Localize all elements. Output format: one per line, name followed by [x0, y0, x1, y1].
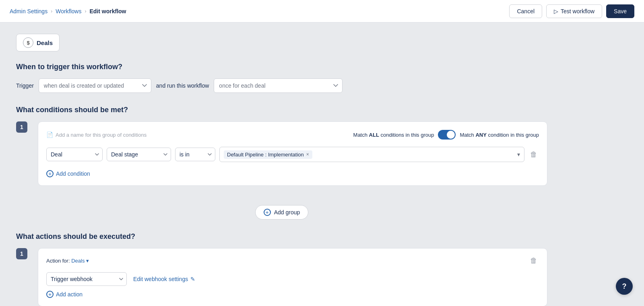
- breadcrumb-admin-settings[interactable]: Admin Settings: [10, 8, 47, 14]
- condition-operator-select[interactable]: is in: [175, 148, 215, 161]
- action-number: 1: [16, 248, 27, 259]
- group-name-area: 📄 Add a name for this group of condition…: [46, 131, 353, 138]
- add-group-container: + Add group: [16, 205, 547, 220]
- add-condition-button[interactable]: + Add condition: [46, 168, 90, 179]
- help-button[interactable]: ?: [616, 278, 633, 295]
- add-action-plus-icon: +: [46, 291, 54, 298]
- trigger-row: Trigger when deal is created or updated …: [16, 78, 547, 93]
- breadcrumb-current: Edit workflow: [89, 8, 126, 14]
- condition-property-select[interactable]: Deal stage: [107, 148, 171, 161]
- breadcrumb-workflows[interactable]: Workflows: [56, 8, 81, 14]
- condition-value-tag: Default Pipeline : Implementation ×: [224, 150, 312, 159]
- action-card: Action for: Deals ▾ 🗑 Trigger webhook Ed…: [38, 248, 547, 306]
- conditions-section: What conditions should be met? 1 📄 Add a…: [16, 106, 547, 192]
- trigger-section-title: When to trigger this workflow?: [16, 63, 547, 71]
- add-action-button[interactable]: + Add action: [46, 289, 83, 300]
- add-condition-label: Add condition: [56, 170, 90, 177]
- action-for-label: Action for: Deals ▾: [46, 258, 89, 264]
- pencil-icon: ✎: [190, 276, 195, 282]
- and-run-label: and run this workflow: [156, 82, 209, 89]
- test-workflow-label: Test workflow: [561, 8, 594, 14]
- add-action-label: Add action: [56, 291, 83, 298]
- breadcrumb: Admin Settings › Workflows › Edit workfl…: [10, 8, 126, 14]
- actions-section: What actions should be executed? 1 Actio…: [16, 232, 547, 306]
- action-row: Trigger webhook Edit webhook settings ✎: [46, 272, 539, 286]
- action-entity-link[interactable]: Deals ▾: [71, 258, 89, 264]
- delete-condition-button[interactable]: 🗑: [528, 149, 539, 160]
- group-row: 1 📄 Add a name for this group of conditi…: [16, 121, 547, 192]
- condition-entity-select[interactable]: Deal: [46, 148, 103, 161]
- deals-badge[interactable]: $ Deals: [16, 34, 60, 51]
- condition-value-remove[interactable]: ×: [306, 152, 309, 157]
- run-frequency-select[interactable]: once for each deal: [214, 78, 343, 93]
- action-type-select[interactable]: Trigger webhook: [46, 272, 127, 286]
- action-for-text: Action for:: [46, 258, 70, 264]
- edit-webhook-label: Edit webhook settings: [133, 276, 188, 282]
- breadcrumb-sep-1: ›: [51, 8, 52, 14]
- add-group-label: Add group: [274, 209, 300, 216]
- action-header: Action for: Deals ▾ 🗑: [46, 255, 539, 267]
- match-any-label: Match ANY condition in this group: [460, 132, 539, 138]
- group-name-placeholder[interactable]: Add a name for this group of conditions: [56, 132, 147, 138]
- add-group-plus-icon: +: [264, 209, 271, 216]
- test-workflow-button[interactable]: ▷ Test workflow: [546, 4, 602, 18]
- actions-section-title: What actions should be executed?: [16, 232, 547, 241]
- edit-webhook-link[interactable]: Edit webhook settings ✎: [133, 276, 195, 282]
- document-icon: 📄: [46, 131, 53, 138]
- add-group-button[interactable]: + Add group: [255, 205, 309, 220]
- trigger-select[interactable]: when deal is created or updated: [39, 78, 151, 93]
- cancel-button[interactable]: Cancel: [509, 4, 542, 18]
- trigger-label: Trigger: [16, 82, 34, 89]
- top-bar: Admin Settings › Workflows › Edit workfl…: [0, 0, 644, 23]
- condition-value-text: Default Pipeline : Implementation: [227, 152, 304, 158]
- delete-action-button[interactable]: 🗑: [528, 255, 539, 267]
- save-button[interactable]: Save: [606, 4, 634, 18]
- conditions-section-title: What conditions should be met?: [16, 106, 547, 114]
- main-content: $ Deals When to trigger this workflow? T…: [0, 23, 564, 306]
- group-number: 1: [16, 121, 27, 133]
- action-entity-label: Deals: [71, 258, 85, 264]
- condition-row: Deal Deal stage is in Default Pipeline :…: [46, 147, 539, 162]
- condition-value-field[interactable]: Default Pipeline : Implementation × ▾: [219, 147, 524, 162]
- deals-badge-label: Deals: [37, 39, 53, 46]
- match-toggle[interactable]: [438, 130, 456, 140]
- group-card: 📄 Add a name for this group of condition…: [38, 121, 547, 186]
- trigger-section: When to trigger this workflow? Trigger w…: [16, 63, 547, 93]
- group-header: 📄 Add a name for this group of condition…: [46, 130, 539, 140]
- action-row-wrapper: 1 Action for: Deals ▾ 🗑 Trigger webhook …: [16, 248, 547, 306]
- add-condition-plus-icon: +: [46, 170, 54, 177]
- match-toggle-area: Match ALL conditions in this group Match…: [353, 130, 539, 140]
- deals-icon: $: [23, 37, 33, 48]
- breadcrumb-sep-2: ›: [85, 8, 86, 14]
- chevron-down-icon: ▾: [517, 151, 520, 158]
- play-icon: ▷: [554, 8, 558, 14]
- top-bar-actions: Cancel ▷ Test workflow Save: [509, 4, 634, 18]
- match-all-label: Match ALL conditions in this group: [353, 132, 434, 138]
